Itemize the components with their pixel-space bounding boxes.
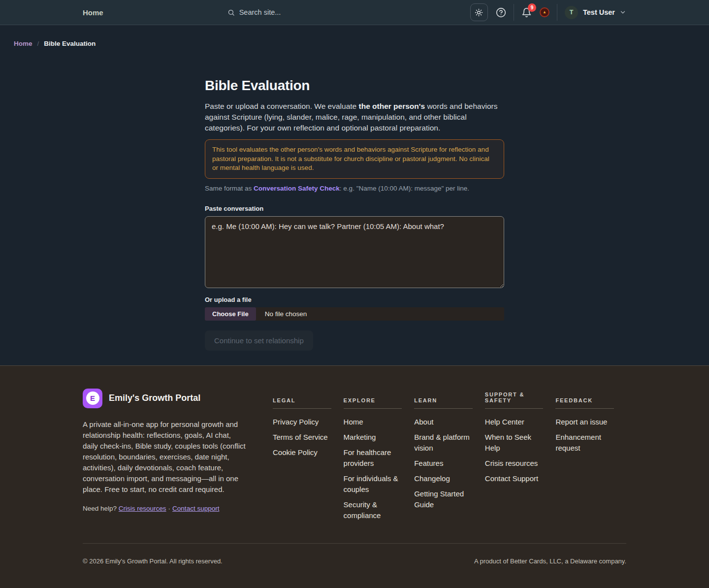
top-header: Home 9 ▲ T Test User — [0, 0, 709, 25]
header-divider — [557, 4, 557, 21]
breadcrumb-current: Bible Evaluation — [44, 40, 96, 47]
theme-toggle-button[interactable] — [470, 3, 488, 21]
column-heading: FEEDBACK — [555, 389, 614, 403]
footer-link-when-to-seek-help[interactable]: When to Seek Help — [485, 432, 544, 454]
footer-link-features[interactable]: Features — [414, 458, 473, 469]
footer-link-help-center[interactable]: Help Center — [485, 417, 544, 427]
footer-link-brand-platform-vision[interactable]: Brand & platform vision — [414, 432, 473, 454]
notifications-button[interactable]: 9 — [521, 7, 532, 18]
notification-badge: 9 — [528, 3, 536, 12]
company-note: A product of Better Cards, LLC, a Delawa… — [474, 557, 626, 565]
breadcrumb: Home / Bible Evaluation — [0, 25, 709, 47]
footer-link-healthcare-providers[interactable]: For healthcare providers — [344, 447, 402, 469]
breadcrumb-separator: / — [37, 40, 39, 47]
column-rule — [414, 408, 473, 409]
format-hint: Same format as Conversation Safety Check… — [205, 185, 504, 192]
footer-link-changelog[interactable]: Changelog — [414, 473, 473, 484]
contact-support-link[interactable]: Contact support — [172, 505, 219, 512]
warning-triangle-icon: ▲ — [543, 10, 547, 14]
search-input[interactable] — [239, 8, 387, 16]
chevron-down-icon — [619, 9, 626, 16]
header-divider — [514, 4, 514, 21]
brand-description: A private all-in-one app for personal gr… — [83, 419, 248, 495]
footer-link-privacy-policy[interactable]: Privacy Policy — [273, 417, 331, 427]
footer-link-about[interactable]: About — [414, 417, 473, 427]
choose-file-button[interactable]: Choose File — [205, 307, 256, 321]
column-rule — [555, 408, 614, 409]
paste-conversation-label: Paste conversation — [205, 205, 504, 212]
footer-column-legal: LEGAL Privacy Policy Terms of Service Co… — [273, 389, 344, 525]
safety-check-link[interactable]: Conversation Safety Check — [254, 185, 340, 192]
user-name: Test User — [583, 8, 615, 16]
dot-separator: · — [168, 505, 171, 512]
site-search[interactable] — [227, 8, 387, 16]
main-content: Bible Evaluation Paste or upload a conve… — [205, 78, 504, 365]
footer-link-marketing[interactable]: Marketing — [344, 432, 402, 443]
breadcrumb-home-link[interactable]: Home — [14, 40, 32, 47]
footer-link-contact-support[interactable]: Contact Support — [485, 473, 544, 484]
footer-brand: E Emily's Growth Portal A private all-in… — [83, 389, 273, 525]
footer-link-cookie-policy[interactable]: Cookie Policy — [273, 447, 331, 458]
intro-pre: Paste or upload a conversation. We evalu… — [205, 102, 359, 110]
conversation-textarea[interactable] — [205, 216, 504, 288]
footer-link-enhancement-request[interactable]: Enhancement request — [555, 432, 614, 454]
avatar: T — [565, 6, 578, 19]
column-heading: LEGAL — [273, 389, 331, 403]
search-icon — [227, 9, 235, 16]
footer-column-learn: LEARN About Brand & platform vision Feat… — [414, 389, 485, 525]
sun-icon — [475, 8, 483, 17]
column-heading: SUPPORT & SAFETY — [485, 389, 544, 403]
page-title: Bible Evaluation — [205, 78, 504, 94]
copyright-text: © 2026 Emily's Growth Portal. All rights… — [83, 557, 223, 565]
upload-file-label: Or upload a file — [205, 296, 504, 303]
footer-link-terms-of-service[interactable]: Terms of Service — [273, 432, 331, 443]
need-help-line: Need help? Crisis resources·Contact supp… — [83, 505, 273, 512]
footer-column-feedback: FEEDBACK Report an issue Enhancement req… — [555, 389, 626, 525]
footer-link-crisis-resources[interactable]: Crisis resources — [485, 458, 544, 469]
footer-column-support-safety: SUPPORT & SAFETY Help Center When to See… — [485, 389, 556, 525]
disclaimer-box: This tool evaluates the other person's w… — [205, 139, 504, 179]
brand-name: Emily's Growth Portal — [109, 393, 200, 403]
column-heading: LEARN — [414, 389, 473, 403]
continue-button[interactable]: Continue to set relationship — [205, 330, 313, 351]
help-button[interactable] — [496, 7, 506, 18]
brand-logo-icon: E — [83, 389, 102, 408]
format-pre: Same format as — [205, 185, 254, 192]
column-rule — [485, 408, 544, 409]
no-file-chosen-text: No file chosen — [265, 310, 307, 318]
alert-status-icon[interactable]: ▲ — [540, 7, 549, 17]
footer-link-report-an-issue[interactable]: Report an issue — [555, 417, 614, 427]
footer-link-individuals-couples[interactable]: For individuals & couples — [344, 473, 402, 495]
column-rule — [344, 408, 402, 409]
column-rule — [273, 408, 331, 409]
need-help-label: Need help? — [83, 505, 117, 512]
format-post: : e.g. "Name (10:00 AM): message" per li… — [340, 185, 469, 192]
help-circle-icon — [496, 7, 506, 18]
intro-bold: the other person's — [359, 102, 425, 110]
nav-home-link[interactable]: Home — [83, 8, 103, 17]
footer-column-explore: EXPLORE Home Marketing For healthcare pr… — [344, 389, 415, 525]
user-menu[interactable]: T Test User — [565, 6, 626, 19]
column-heading: EXPLORE — [344, 389, 402, 403]
footer-link-getting-started-guide[interactable]: Getting Started Guide — [414, 489, 473, 510]
page-footer: E Emily's Growth Portal A private all-in… — [0, 365, 709, 588]
crisis-resources-link[interactable]: Crisis resources — [119, 505, 166, 512]
footer-link-home[interactable]: Home — [344, 417, 402, 427]
footer-link-security-compliance[interactable]: Security & compliance — [344, 499, 402, 521]
brand-logo-letter: E — [86, 392, 99, 405]
file-upload-input[interactable]: Choose File No file chosen — [205, 307, 504, 321]
intro-text: Paste or upload a conversation. We evalu… — [205, 101, 504, 133]
